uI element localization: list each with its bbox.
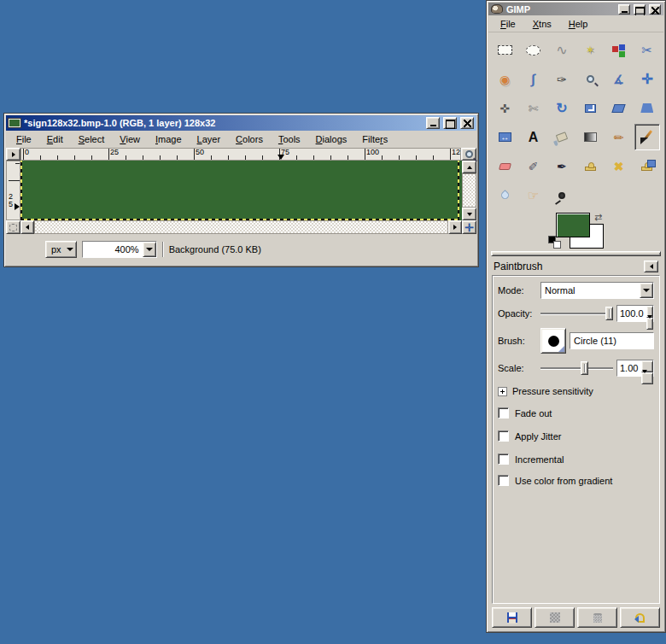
menu-file[interactable]: File xyxy=(499,18,517,30)
image-menu-corner-button[interactable] xyxy=(6,148,20,161)
perspective-clone-tool[interactable] xyxy=(634,153,660,179)
vertical-scrollbar-trough[interactable] xyxy=(462,173,476,208)
maximize-button[interactable] xyxy=(634,4,646,15)
align-tool[interactable]: ✜ xyxy=(492,95,517,121)
minimize-button[interactable] xyxy=(426,117,440,129)
swap-colors-icon[interactable]: ⇄ xyxy=(594,212,602,223)
shear-tool[interactable] xyxy=(605,95,631,121)
incremental-checkbox[interactable] xyxy=(498,454,509,465)
spin-down-button[interactable] xyxy=(641,372,653,384)
paths-tool[interactable]: ∫ xyxy=(520,66,546,92)
menu-file[interactable]: File xyxy=(15,133,33,145)
blend-tool[interactable] xyxy=(577,124,603,150)
minimize-button[interactable] xyxy=(618,4,630,15)
menu-select[interactable]: Select xyxy=(77,133,107,145)
brush-name-entry[interactable]: Circle (11) xyxy=(570,332,654,349)
use-color-from-gradient-checkbox[interactable] xyxy=(498,475,509,486)
airbrush-tool[interactable]: ✐ xyxy=(520,153,546,179)
vertical-scrollbar[interactable] xyxy=(462,161,476,220)
opacity-slider-handle[interactable] xyxy=(605,307,613,320)
zoom-dropdown-button[interactable] xyxy=(143,242,156,257)
scroll-left-button[interactable] xyxy=(20,220,34,234)
default-colors-button[interactable] xyxy=(548,236,562,249)
vertical-ruler[interactable]: 2 5 xyxy=(6,161,20,220)
bucket-fill-tool[interactable] xyxy=(549,124,575,150)
pane-splitter[interactable] xyxy=(491,251,661,256)
perspective-tool[interactable] xyxy=(634,95,660,121)
scroll-up-button[interactable] xyxy=(462,161,476,173)
heal-tool[interactable]: ✖ xyxy=(605,153,631,179)
scroll-right-button[interactable] xyxy=(448,220,462,234)
apply-jitter-checkbox[interactable] xyxy=(498,430,509,442)
navigation-button[interactable]: ✛ xyxy=(462,220,476,234)
opacity-spinbox[interactable]: 100.0 xyxy=(616,305,654,322)
scale-tool[interactable] xyxy=(577,95,603,121)
delete-options-button[interactable] xyxy=(577,607,617,628)
rotate-tool[interactable]: ↻ xyxy=(549,95,575,121)
menu-dialogs[interactable]: Dialogs xyxy=(314,133,349,145)
horizontal-ruler[interactable]: 0 25 50 75 100 125 xyxy=(20,148,461,161)
measure-tool[interactable]: ∡ xyxy=(605,66,631,92)
horizontal-scrollbar[interactable] xyxy=(20,220,462,234)
menu-edit[interactable]: Edit xyxy=(45,133,65,145)
ellipse-select-tool[interactable] xyxy=(520,37,546,63)
close-button[interactable] xyxy=(460,117,474,129)
free-select-tool[interactable]: ∿ xyxy=(549,37,575,63)
restore-options-button[interactable] xyxy=(535,607,575,628)
opacity-slider[interactable] xyxy=(540,306,613,321)
ink-tool[interactable]: ✒ xyxy=(549,153,575,179)
fuzzy-select-tool[interactable]: ✶ xyxy=(577,37,603,63)
scissors-select-tool[interactable]: ✂ xyxy=(634,37,660,63)
pencil-tool[interactable]: ✏ xyxy=(605,124,631,150)
scale-slider[interactable] xyxy=(540,360,613,376)
menu-view[interactable]: View xyxy=(118,133,142,145)
reset-options-button[interactable] xyxy=(620,607,660,628)
color-picker-tool[interactable]: ✑ xyxy=(549,66,575,92)
zoom-select[interactable]: 400% xyxy=(82,241,157,258)
fade-out-checkbox[interactable] xyxy=(498,407,509,419)
eraser-tool[interactable] xyxy=(492,153,517,179)
menu-xtns[interactable]: Xtns xyxy=(531,18,553,30)
image-canvas[interactable] xyxy=(20,161,462,220)
menu-colors[interactable]: Colors xyxy=(234,133,265,145)
unit-select[interactable]: px xyxy=(45,241,77,258)
move-tool[interactable]: ✛ xyxy=(634,66,660,92)
toolbox-titlebar[interactable]: GIMP xyxy=(488,3,663,15)
brush-preview-button[interactable] xyxy=(540,328,566,354)
foreground-select-tool[interactable]: ◉ xyxy=(492,66,517,92)
horizontal-scrollbar-trough[interactable] xyxy=(34,220,448,234)
clone-tool[interactable] xyxy=(577,153,603,179)
dialog-menu-button[interactable] xyxy=(644,261,658,272)
save-options-button[interactable] xyxy=(492,607,532,628)
smudge-tool[interactable]: ☞ xyxy=(520,182,546,208)
close-button[interactable] xyxy=(649,4,661,15)
pressure-sensitivity-expander[interactable]: Pressure sensitivity xyxy=(498,386,654,396)
dodge-burn-tool[interactable] xyxy=(549,182,575,208)
maximize-button[interactable] xyxy=(443,117,457,129)
select-by-color-tool[interactable] xyxy=(605,37,631,63)
mode-dropdown-button[interactable] xyxy=(640,283,653,298)
crop-tool[interactable]: ✄ xyxy=(520,95,546,121)
blur-sharpen-tool[interactable] xyxy=(492,182,517,208)
apply-jitter-option[interactable]: Apply Jitter xyxy=(498,430,654,442)
image-window-titlebar[interactable]: *sign128x32.bmp-1.0 (RGB, 1 layer) 128x3… xyxy=(6,115,476,131)
zoom-follow-window-button[interactable] xyxy=(461,148,476,161)
flip-tool[interactable]: ↔ xyxy=(492,124,517,150)
menu-tools[interactable]: Tools xyxy=(277,133,302,145)
text-tool[interactable]: A xyxy=(520,124,546,150)
menu-layer[interactable]: Layer xyxy=(196,133,223,145)
fade-out-option[interactable]: Fade out xyxy=(498,407,654,419)
menu-help[interactable]: Help xyxy=(567,18,590,30)
paintbrush-tool[interactable] xyxy=(634,124,660,150)
mode-select[interactable]: Normal xyxy=(540,282,654,299)
scroll-down-button[interactable] xyxy=(462,208,476,220)
foreground-color-swatch[interactable] xyxy=(556,213,590,237)
scale-slider-handle[interactable] xyxy=(581,361,588,375)
menu-image[interactable]: Image xyxy=(154,133,184,145)
incremental-option[interactable]: Incremental xyxy=(498,454,654,465)
magnify-tool[interactable] xyxy=(577,66,603,92)
menu-filters[interactable]: Filters xyxy=(360,133,389,145)
scale-spinbox[interactable]: 1.00 xyxy=(616,360,654,377)
use-color-from-gradient-option[interactable]: Use color from gradient xyxy=(498,475,654,486)
rect-select-tool[interactable] xyxy=(492,37,517,63)
